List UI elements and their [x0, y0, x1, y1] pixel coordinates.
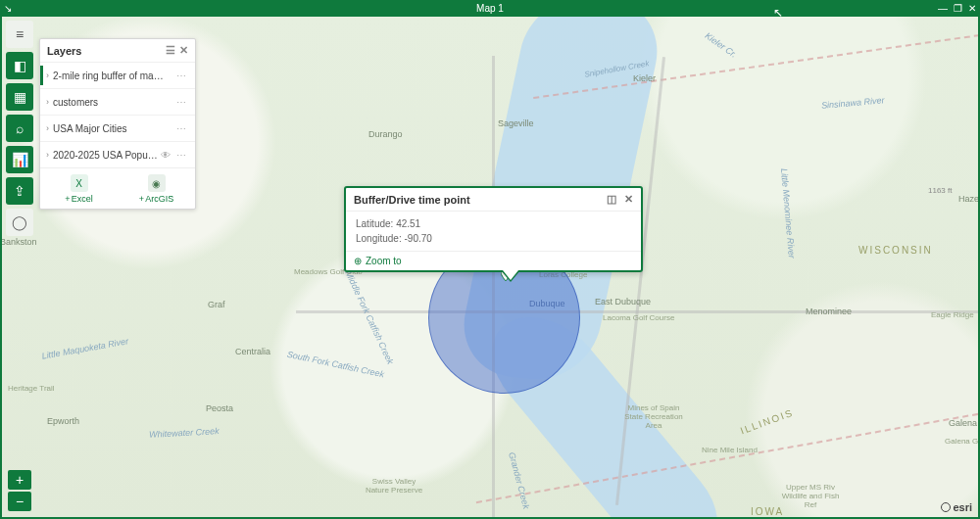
account-icon: ◯	[12, 214, 27, 230]
basemap-button[interactable]: ▦	[6, 83, 33, 111]
layer-label: USA Major Cities	[53, 123, 172, 134]
analysis-icon: 📊	[12, 152, 28, 167]
label-sageville: Sageville	[498, 118, 534, 128]
layers-title: Layers	[47, 45, 81, 57]
restore-button[interactable]: ❐	[954, 3, 962, 14]
layers-button[interactable]: ◧	[6, 52, 33, 79]
attribution[interactable]: esri	[941, 501, 972, 513]
latitude-label: Latitude:	[356, 218, 393, 229]
layer-row-buffer[interactable]: › 2-mile ring buffer of ma… ⋯	[40, 62, 195, 88]
attribution-text: esri	[953, 501, 972, 513]
longitude-label: Longitude:	[356, 233, 402, 244]
layer-label: 2020-2025 USA Populati…	[53, 150, 159, 161]
label-upperms: Upper MS Riv Wildlife and Fish Ref	[776, 483, 845, 509]
map-window: ↘ Map 1 — ❐ ✕ ↖ Dubuque East Dubuque Lor…	[0, 0, 980, 519]
latitude-value: 42.51	[396, 218, 420, 229]
label-durango: Durango	[368, 129, 403, 139]
layer-options-button[interactable]: ⋯	[172, 150, 191, 161]
label-graf: Graf	[208, 300, 225, 309]
label-eagle-ridge: Eagle Ridge	[931, 310, 974, 319]
layers-header: Layers ☰ ✕	[40, 39, 195, 62]
label-swiss: Swiss Valley Nature Preserve	[365, 477, 423, 495]
label-centralia: Centralia	[235, 347, 270, 356]
collapse-arrow-icon[interactable]: ↘	[4, 3, 12, 14]
label-peosta: Peosta	[206, 403, 233, 413]
layers-options-icon[interactable]: ☰	[166, 44, 175, 57]
arcgis-icon: ◉	[148, 174, 166, 192]
popup-header: Buffer/Drive time point ◫ ✕	[346, 188, 641, 211]
add-arcgis-button[interactable]: ◉ +ArcGIS	[118, 168, 195, 209]
chevron-right-icon: ›	[46, 123, 49, 133]
close-button[interactable]: ✕	[968, 3, 976, 14]
popup-body: Latitude: 42.51 Longitude: -90.70	[346, 211, 641, 252]
chevron-right-icon: ›	[46, 97, 49, 107]
zoom-controls: + −	[8, 468, 31, 511]
label-illinois: ILLINOIS	[739, 407, 795, 437]
layer-label: customers	[53, 97, 172, 108]
zoom-to-icon: ⊕	[354, 256, 362, 266]
window-controls: — ❐ ✕	[938, 3, 976, 14]
layers-close-icon[interactable]: ✕	[179, 44, 188, 57]
menu-icon: ≡	[16, 26, 24, 42]
longitude-value: -90.70	[405, 233, 432, 244]
analysis-button[interactable]: 📊	[6, 146, 33, 173]
map-content[interactable]: Dubuque East Dubuque Loras College Sagev…	[0, 17, 980, 519]
popup-pointer	[501, 270, 520, 282]
layer-label: 2-mile ring buffer of ma…	[53, 71, 172, 81]
menu-button[interactable]: ≡	[6, 21, 33, 48]
label-kieler: Kieler	[633, 73, 656, 83]
chevron-right-icon: ›	[46, 71, 49, 80]
label-grander: Grander Creek	[507, 451, 531, 510]
label-galena-gc: Galena Golf Club	[945, 437, 978, 446]
visibility-icon[interactable]: 👁	[161, 150, 171, 161]
popup-close-icon[interactable]: ✕	[624, 193, 633, 206]
popup-zoom-to[interactable]: ⊕ Zoom to	[346, 252, 641, 270]
chevron-right-icon: ›	[46, 150, 49, 160]
label-hazel: Hazel	[958, 194, 978, 204]
mouse-cursor-icon: ↖	[773, 6, 783, 20]
label-catfish-s: South Fork Catfish Creek	[286, 350, 385, 380]
label-elevation: 1163 ft	[928, 186, 952, 195]
zoom-in-button[interactable]: +	[8, 470, 31, 490]
esri-logo-icon	[941, 502, 951, 512]
label-ninemile: Nine Mile Island	[702, 446, 758, 454]
layers-footer: X +Excel ◉ +ArcGIS	[40, 167, 195, 209]
label-whitewater: Whitewater Creek	[149, 426, 220, 440]
label-lmaquoketa: Little Maquoketa River	[41, 336, 129, 360]
zoom-out-button[interactable]: −	[8, 492, 31, 511]
label-catfish: Middle Fork Catfish Creek	[343, 269, 395, 366]
label-galena: Galena	[949, 418, 977, 428]
zoom-to-label: Zoom to	[366, 256, 402, 266]
share-icon: ⇪	[14, 183, 25, 199]
label-kieler-creek: Kieler Cr.	[703, 30, 738, 60]
label-wisconsin: WISCONSIN	[858, 245, 933, 256]
title-bar: ↘ Map 1 — ❐ ✕	[0, 0, 980, 17]
layer-options-button[interactable]: ⋯	[172, 71, 191, 81]
label-east-dubuque: East Dubuque	[595, 297, 651, 307]
minimize-button[interactable]: —	[938, 3, 948, 14]
label-epworth: Epworth	[47, 416, 79, 426]
layer-row-cities[interactable]: › USA Major Cities ⋯	[40, 115, 195, 141]
label-menominee: Menominee	[806, 307, 852, 316]
search-icon: ⌕	[16, 120, 24, 136]
search-button[interactable]: ⌕	[6, 115, 33, 142]
popup-title: Buffer/Drive time point	[354, 194, 470, 206]
label-mines: Mines of Spain State Recreation Area	[619, 403, 688, 430]
label-sinsinawa: Sinsinawa River	[821, 95, 885, 111]
account-button[interactable]: ◯	[6, 209, 33, 236]
window-title: Map 1	[476, 3, 504, 14]
add-excel-button[interactable]: X +Excel	[40, 168, 118, 209]
layer-row-customers[interactable]: › customers ⋯	[40, 88, 195, 115]
layer-row-population[interactable]: › 2020-2025 USA Populati… 👁 ⋯	[40, 141, 195, 167]
layer-options-button[interactable]: ⋯	[172, 97, 191, 108]
left-toolbar: ≡ ◧ ▦ ⌕ 📊 ⇪ ◯	[2, 17, 37, 517]
layers-icon: ◧	[14, 58, 26, 73]
layers-panel: Layers ☰ ✕ › 2-mile ring buffer of ma… ⋯…	[39, 38, 196, 210]
label-lmenominee: Little Menominee River	[779, 168, 797, 260]
popup-dock-icon[interactable]: ◫	[607, 193, 616, 206]
share-button[interactable]: ⇪	[6, 177, 33, 205]
excel-icon: X	[71, 174, 88, 192]
basemap-icon: ▦	[14, 89, 26, 105]
add-arcgis-label: ArcGIS	[145, 194, 173, 204]
layer-options-button[interactable]: ⋯	[172, 123, 191, 134]
